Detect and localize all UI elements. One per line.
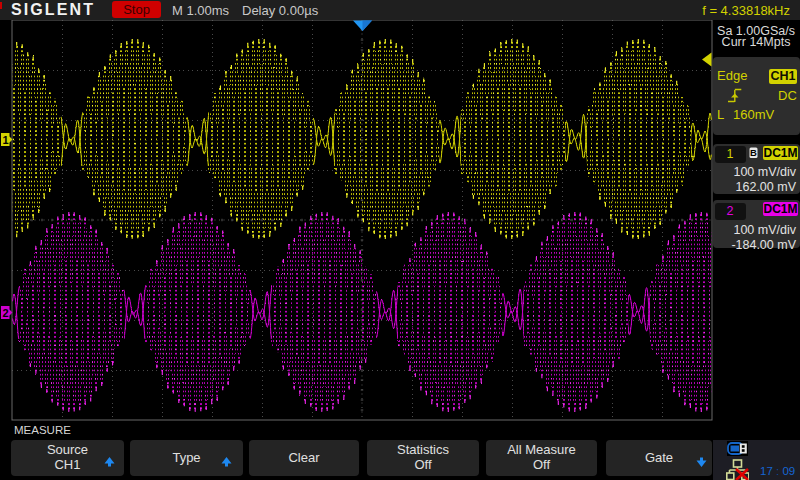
svg-text:2: 2 (2, 307, 8, 319)
svg-text:B: B (750, 147, 757, 158)
svg-text:1: 1 (2, 134, 8, 146)
